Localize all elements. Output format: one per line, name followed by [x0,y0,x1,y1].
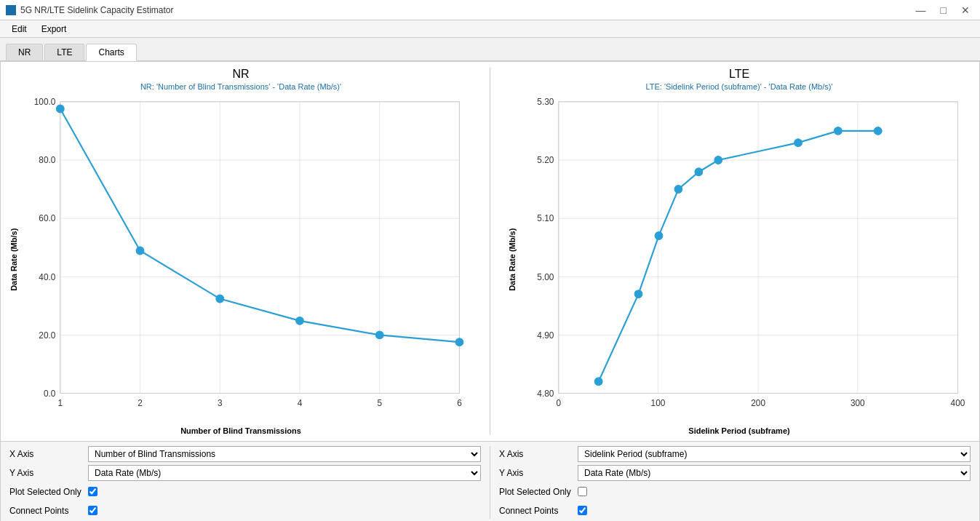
lte-controls: X Axis Sidelink Period (subframe) Y Axis… [499,446,971,519]
app-icon [6,5,16,15]
tabs-bar: NR LTE Charts [0,38,980,61]
charts-divider [490,68,490,435]
svg-text:60.0: 60.0 [39,213,55,223]
svg-point-59 [714,156,722,164]
nr-x-axis-label: Number of Blind Transmissions [180,426,301,435]
main-content: NR NR: 'Number of Blind Transmissions' -… [0,61,980,521]
svg-text:100: 100 [651,398,666,408]
svg-point-60 [794,139,802,147]
lte-chart-title: LTE [729,68,749,81]
nr-chart-subtitle: NR: 'Number of Blind Transmissions' - 'D… [140,82,341,91]
lte-x-axis-label: X Axis [499,449,572,459]
nr-y-axis-label: Data Rate (Mb/s) [7,94,21,425]
lte-plot-selected-checkbox[interactable] [578,487,587,496]
svg-point-28 [296,317,304,325]
nr-chart-svg: 0.0 20.0 40.0 60.0 80.0 100.0 1 2 3 4 5 … [21,94,475,425]
svg-text:3: 3 [218,398,223,408]
lte-chart-subtitle: LTE: 'Sidelink Period (subframe)' - 'Dat… [645,82,832,91]
nr-y-axis-label: Y Axis [9,468,82,478]
nr-controls: X Axis Number of Blind Transmissions Y A… [9,446,481,519]
nr-connect-row: Connect Points [9,503,481,519]
nr-chart-container: NR NR: 'Number of Blind Transmissions' -… [7,68,475,435]
svg-point-27 [216,295,224,303]
nr-chart-title: NR [232,68,249,81]
lte-chart-inner: 4.80 4.90 5.00 5.10 5.20 5.30 0 100 200 … [519,94,973,425]
svg-text:5: 5 [377,398,382,408]
nr-plot-selected-row: Plot Selected Only [9,484,481,500]
svg-text:300: 300 [850,398,865,408]
controls-divider [490,446,490,519]
lte-chart-wrapper: Data Rate (Mb/s) [505,94,973,425]
nr-connect-label: Connect Points [9,506,82,516]
svg-point-58 [695,168,703,176]
svg-point-26 [136,247,144,255]
menu-export[interactable]: Export [34,23,74,36]
svg-text:1: 1 [57,398,63,408]
lte-y-axis-label: Y Axis [499,468,572,478]
nr-connect-checkbox[interactable] [88,506,97,515]
svg-point-57 [674,186,682,194]
svg-text:5.20: 5.20 [537,155,554,165]
lte-chart-container: LTE LTE: 'Sidelink Period (subframe)' - … [505,68,973,435]
svg-text:100.0: 100.0 [34,97,56,107]
nr-chart-wrapper: Data Rate (Mb/s) [7,94,475,425]
svg-text:5.10: 5.10 [537,213,554,223]
svg-text:400: 400 [951,398,965,408]
tab-charts[interactable]: Charts [86,44,136,61]
lte-x-axis-label: Sidelink Period (subframe) [688,426,789,435]
svg-rect-0 [60,102,460,394]
svg-text:0.0: 0.0 [44,389,56,399]
nr-y-axis-select[interactable]: Data Rate (Mb/s) [88,465,481,481]
svg-text:0: 0 [556,398,561,408]
svg-text:20.0: 20.0 [39,330,55,341]
nr-x-axis-row: X Axis Number of Blind Transmissions [9,446,481,462]
svg-text:40.0: 40.0 [39,272,55,282]
minimize-button[interactable]: — [912,4,931,16]
menu-edit[interactable]: Edit [4,23,34,36]
svg-point-30 [455,338,463,346]
close-button[interactable]: ✕ [957,4,974,16]
svg-point-29 [375,331,383,339]
lte-y-axis-label: Data Rate (Mb/s) [505,94,519,425]
svg-point-54 [594,378,602,386]
app-title: 5G NR/LTE Sidelink Capacity Estimator [20,5,174,15]
svg-point-55 [634,290,642,298]
title-bar: 5G NR/LTE Sidelink Capacity Estimator — … [0,0,980,20]
lte-connect-row: Connect Points [499,503,971,519]
charts-area: NR NR: 'Number of Blind Transmissions' -… [1,62,979,441]
svg-text:200: 200 [751,398,765,408]
svg-point-62 [874,127,882,135]
nr-y-axis-row: Y Axis Data Rate (Mb/s) [9,465,481,481]
lte-connect-label: Connect Points [499,506,572,516]
svg-text:2: 2 [138,398,143,408]
svg-point-56 [655,232,663,240]
svg-text:5.30: 5.30 [537,97,554,107]
menu-bar: Edit Export [0,20,980,38]
nr-x-axis-label: X Axis [9,449,82,459]
svg-point-61 [834,127,842,135]
svg-text:5.00: 5.00 [537,272,554,282]
nr-plot-selected-checkbox[interactable] [88,487,97,496]
nr-chart-inner: 0.0 20.0 40.0 60.0 80.0 100.0 1 2 3 4 5 … [21,94,475,425]
svg-text:4.90: 4.90 [537,330,554,341]
lte-x-axis-select[interactable]: Sidelink Period (subframe) [578,446,971,462]
lte-y-axis-row: Y Axis Data Rate (Mb/s) [499,465,971,481]
nr-x-axis-select[interactable]: Number of Blind Transmissions [88,446,481,462]
controls-area: X Axis Number of Blind Transmissions Y A… [1,441,979,521]
lte-plot-selected-row: Plot Selected Only [499,484,971,500]
lte-x-axis-row: X Axis Sidelink Period (subframe) [499,446,971,462]
svg-point-25 [56,105,64,113]
tab-lte[interactable]: LTE [44,44,84,60]
svg-text:4.80: 4.80 [537,389,554,399]
svg-text:80.0: 80.0 [39,155,55,165]
maximize-button[interactable]: □ [936,4,951,16]
svg-text:6: 6 [457,398,462,408]
lte-y-axis-select[interactable]: Data Rate (Mb/s) [578,465,971,481]
tab-nr[interactable]: NR [6,44,43,60]
lte-connect-checkbox[interactable] [578,506,587,515]
lte-plot-selected-label: Plot Selected Only [499,487,572,497]
svg-text:4: 4 [298,398,303,408]
lte-chart-svg: 4.80 4.90 5.00 5.10 5.20 5.30 0 100 200 … [519,94,973,425]
nr-plot-selected-label: Plot Selected Only [9,487,82,497]
